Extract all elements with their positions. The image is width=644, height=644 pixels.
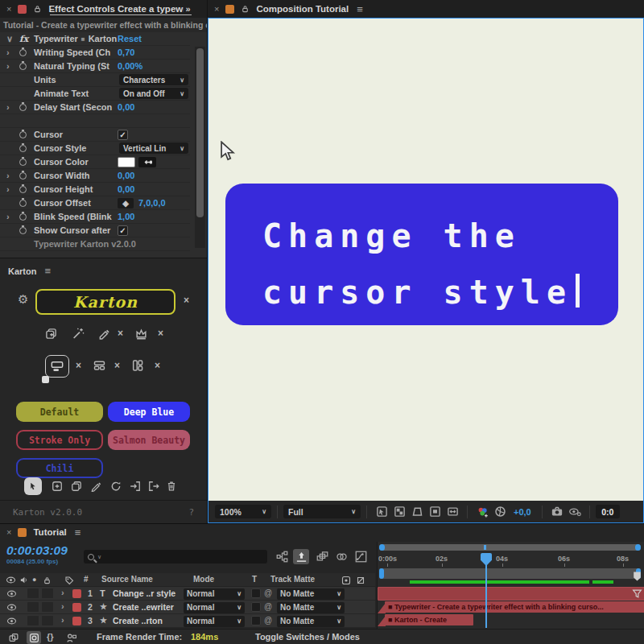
pane-render-icon[interactable] [66,633,77,643]
preserve-transparency-toggle[interactable] [251,588,261,598]
layer-duration-bar-2[interactable]: ■ Typewriter - Create a typewriter effec… [385,601,644,613]
effect-header-row[interactable]: ∨ fx Typewriter ■ Karton Reset [0,32,190,46]
layer-name[interactable]: Create ..rton [113,616,163,625]
track-matte-pick-icon[interactable]: @ [264,602,272,611]
region-of-interest-icon[interactable] [426,506,444,518]
marker-pen-icon[interactable] [95,324,113,342]
close-icon[interactable]: × [6,527,11,537]
cursor-color-swatch[interactable] [118,157,135,167]
stopwatch-icon[interactable] [19,186,27,193]
expander-icon[interactable]: › [6,102,19,112]
blend-mode-dropdown[interactable]: Normal ∨ [184,588,245,600]
stopwatch-icon[interactable] [19,49,27,56]
show-cursor-checkbox[interactable]: ✓ [118,225,128,236]
exposure-shutter-icon[interactable] [491,506,509,518]
preserve-transparency-toggle[interactable] [251,616,261,625]
render-filter-icon[interactable] [632,588,642,599]
property-value[interactable]: 1,00 [118,212,134,221]
lock-cell[interactable] [42,602,53,612]
property-value[interactable]: 0,00 [118,102,134,112]
tab-karton[interactable]: Karton [8,266,36,276]
grid-and-guides-icon[interactable] [373,506,390,518]
export-icon[interactable] [145,477,163,495]
import-icon[interactable] [126,477,144,495]
graph-editor-icon[interactable] [353,549,369,564]
layer-label-chip[interactable] [72,603,81,612]
pointer-tool-icon[interactable] [24,477,42,495]
tab-composition[interactable]: Composition Tutorial [256,4,349,14]
layer-visibility-icon[interactable] [6,617,17,625]
animate-text-dropdown[interactable]: On and Off ∨ [119,88,188,99]
track-matte-pick-icon[interactable]: @ [264,616,272,625]
lock-icon[interactable] [241,4,250,14]
cursor-checkbox[interactable]: ✓ [118,130,128,140]
remove-icon[interactable]: × [76,360,81,371]
work-area-bar[interactable] [379,568,641,579]
show-channel-rgb-icon[interactable] [473,506,491,518]
trash-icon[interactable] [163,477,180,495]
close-icon[interactable]: × [6,4,11,14]
property-value[interactable]: 0,00 [118,184,134,194]
help-link[interactable]: ? [188,507,194,518]
stopwatch-icon[interactable] [19,104,27,111]
expander-icon[interactable]: › [6,212,19,221]
stopwatch-icon[interactable] [19,145,27,152]
expander-icon[interactable]: › [6,47,19,57]
preset-deep-blue-button[interactable]: Deep Blue [108,402,190,422]
track-matte-dropdown[interactable]: No Matte ∨ [277,588,345,600]
preset-chili-button[interactable]: Chili [16,458,103,478]
scrollbar-thumb[interactable] [196,48,204,217]
rows-layout-icon[interactable] [90,357,108,374]
units-dropdown[interactable]: Characters ∨ [119,74,188,85]
gear-icon[interactable]: ⚙ [18,292,28,307]
layer-visibility-icon[interactable] [6,604,17,611]
layer-row-1[interactable]: › 1 T Change ..r style Normal ∨ @ No Mat… [0,587,375,601]
stopwatch-icon[interactable] [19,63,27,70]
time-ruler[interactable]: 0:00s 02s 04s 06s 08s [378,553,644,566]
stopwatch-icon[interactable] [19,131,27,138]
lock-cell[interactable] [42,616,53,625]
property-value[interactable]: 0,00% [118,61,142,71]
karton-name-box[interactable]: Karton [35,289,175,315]
add-box-icon[interactable] [48,477,66,495]
preset-default-button[interactable]: Default [16,402,103,422]
source-name-column-header[interactable]: Source Name [101,575,153,584]
pane-transfer-icon[interactable] [27,631,41,644]
property-value[interactable]: 7,0,0,0 [138,198,166,208]
mode-column-header[interactable]: Mode [193,575,214,584]
offset-crosshair-icon[interactable]: ◈ [118,198,134,208]
preview-timecode[interactable]: 0:0 [596,505,620,518]
remove-icon[interactable]: × [114,360,120,371]
transparency-grid-icon[interactable] [390,506,408,518]
panel-menu-icon[interactable]: ≡ [75,526,81,539]
stopwatch-icon[interactable] [19,159,27,166]
lock-icon[interactable] [33,4,42,14]
collapse-icon[interactable]: ∨ [6,34,19,44]
copy-icon[interactable] [68,477,85,495]
panel-overflow-icon[interactable]: » [185,4,190,14]
close-icon[interactable]: × [184,295,189,306]
preset-salmon-beauty-button[interactable]: Salmon Beauty [108,430,190,450]
remove-icon[interactable]: × [118,328,123,339]
expander-icon[interactable]: › [6,61,19,71]
columns-layout-icon[interactable] [129,357,147,374]
preserve-transparency-toggle[interactable] [251,602,261,612]
remove-icon[interactable]: × [155,360,160,371]
current-timecode[interactable]: 0:00:03:09 [6,543,68,558]
horizontal-scrollbar[interactable] [379,544,641,551]
comp-marker-icon[interactable] [632,571,642,582]
expander-icon[interactable]: › [6,184,19,194]
layer-label-chip[interactable] [72,617,81,625]
mask-visibility-icon[interactable] [408,506,426,518]
solo-cell[interactable] [27,616,39,625]
stopwatch-icon[interactable] [19,172,27,180]
composition-viewport[interactable]: Change the cursor style [208,18,644,501]
layer-duration-bar-1[interactable] [378,587,644,601]
resolution-dropdown[interactable]: Full ∨ [283,505,361,518]
pixel-aspect-correction-icon[interactable] [444,506,461,518]
layer-row-3[interactable]: › 3 ★ Create ..rton Normal ∨ @ No Matte … [0,614,375,628]
layout-monitor-icon[interactable] [45,355,69,378]
layer-name[interactable]: Create ..ewriter [113,602,174,612]
lock-cell[interactable] [42,588,53,598]
t-column-header[interactable]: T [252,575,257,584]
